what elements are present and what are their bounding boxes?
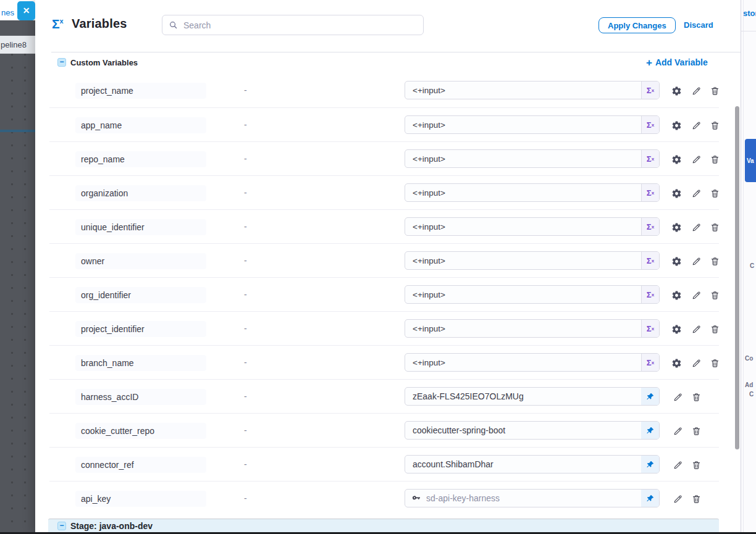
variable-value-input[interactable]: <+input>Σx [405, 285, 660, 304]
collapse-custom-variables-icon[interactable]: − [57, 58, 66, 67]
variable-name[interactable]: project_identifier [75, 321, 206, 337]
search-input[interactable] [162, 15, 424, 35]
expression-sigma-icon[interactable]: Σx [641, 116, 659, 133]
edit-variable-button[interactable] [691, 357, 702, 369]
delete-variable-button[interactable] [691, 425, 702, 436]
variable-value-input[interactable]: <+input>Σx [405, 81, 660, 99]
variable-value-input[interactable]: cookiecutter-spring-boot [405, 421, 660, 440]
delete-variable-button[interactable] [709, 290, 720, 301]
edit-variable-button[interactable] [672, 459, 683, 470]
pin-fixed-value-icon[interactable] [641, 388, 659, 405]
screen: nes peline8 ✕ Σx Variables Apply Changes… [0, 0, 756, 534]
variable-name[interactable]: organization [75, 185, 206, 201]
variables-vertical-tab[interactable]: Va [745, 139, 756, 182]
delete-variable-button[interactable] [709, 256, 720, 267]
delete-variable-button[interactable] [709, 357, 720, 369]
edit-variable-button[interactable] [691, 120, 702, 131]
search-box [162, 15, 424, 35]
variable-value-input[interactable]: <+input>Σx [405, 319, 660, 338]
variable-value-input[interactable]: <+input>Σx [405, 149, 660, 168]
expression-sigma-icon[interactable]: Σx [641, 184, 659, 201]
edit-variable-button[interactable] [672, 493, 683, 504]
delete-variable-button[interactable] [691, 391, 702, 403]
variable-settings-button[interactable] [671, 222, 682, 233]
delete-variable-button[interactable] [691, 493, 702, 504]
variable-name[interactable]: unique_identifier [75, 219, 206, 235]
variables-drawer: Σx Variables Apply Changes Discard − Cus… [35, 0, 741, 534]
variable-name[interactable]: project_name [75, 83, 206, 99]
variable-value-input[interactable]: <+input>Σx [405, 217, 660, 236]
delete-variable-button[interactable] [709, 120, 720, 131]
edit-variable-button[interactable] [691, 256, 702, 267]
variable-settings-button[interactable] [671, 120, 682, 131]
apply-changes-button[interactable]: Apply Changes [598, 17, 676, 33]
expression-sigma-icon[interactable]: Σx [641, 150, 659, 167]
variable-settings-button[interactable] [671, 188, 682, 199]
delete-variable-button[interactable] [691, 459, 702, 470]
edit-variable-button[interactable] [691, 85, 702, 96]
variable-name[interactable]: connector_ref [75, 457, 206, 473]
edit-variable-button[interactable] [691, 222, 702, 233]
close-drawer-button[interactable]: ✕ [17, 1, 35, 20]
variable-settings-button[interactable] [671, 290, 682, 301]
variable-settings-button[interactable] [671, 154, 682, 165]
delete-variable-button[interactable] [709, 188, 720, 199]
variable-name[interactable]: owner [75, 253, 206, 269]
variable-name[interactable]: repo_name [75, 151, 206, 167]
delete-variable-button[interactable] [709, 154, 720, 165]
variable-value-text: <+input> [405, 188, 445, 198]
history-link-fragment[interactable]: stor [743, 9, 756, 18]
right-panel-label-fragment: C [750, 262, 754, 269]
pin-fixed-value-icon[interactable] [641, 490, 659, 507]
variable-name[interactable]: harness_accID [75, 389, 206, 405]
expression-sigma-icon[interactable]: Σx [641, 320, 659, 337]
variable-name[interactable]: org_identifier [75, 287, 206, 303]
variable-value-input[interactable]: <+input>Σx [405, 251, 660, 270]
variable-value-input[interactable]: <+input>Σx [405, 183, 660, 202]
edit-variable-button[interactable] [672, 425, 683, 436]
variable-name[interactable]: api_key [75, 491, 206, 507]
edit-variable-button[interactable] [691, 188, 702, 199]
stage-section-label: Stage: java-onb-dev [70, 521, 153, 531]
edit-variable-button[interactable] [672, 391, 683, 403]
variable-value-input[interactable]: <+input>Σx [405, 115, 660, 134]
variable-name[interactable]: cookie_cutter_repo [75, 423, 206, 439]
expression-sigma-icon[interactable]: Σx [641, 286, 659, 303]
variable-name[interactable]: branch_name [75, 355, 206, 371]
variable-name[interactable]: app_name [75, 117, 206, 133]
variable-value-input[interactable]: zEaak-FLS425IEO7OLzMUg [405, 387, 660, 406]
pipeline-name-tab-fragment[interactable]: peline8 [0, 36, 35, 54]
expression-sigma-icon[interactable]: Σx [641, 218, 659, 235]
variable-type-dash: - [244, 380, 247, 414]
delete-variable-button[interactable] [709, 222, 720, 233]
variable-value-input[interactable]: account.ShibamDhar [405, 455, 660, 474]
expression-sigma-icon[interactable]: Σx [641, 252, 659, 269]
delete-trash-icon [710, 222, 720, 233]
edit-variable-button[interactable] [691, 290, 702, 301]
variable-value-input[interactable]: <+input>Σx [405, 353, 660, 372]
variable-settings-button[interactable] [671, 357, 682, 369]
add-variable-button[interactable]: +Add Variable [646, 57, 708, 69]
edit-variable-button[interactable] [691, 154, 702, 165]
variable-settings-button[interactable] [671, 323, 682, 335]
variable-settings-button[interactable] [671, 256, 682, 267]
pin-fixed-value-icon[interactable] [641, 422, 659, 439]
delete-trash-icon [691, 392, 702, 403]
variable-type-dash: - [244, 312, 247, 346]
pin-fixed-value-icon[interactable] [641, 456, 659, 473]
variable-type-dash: - [244, 210, 247, 244]
collapse-stage-icon[interactable]: − [57, 522, 66, 530]
variable-value-input[interactable]: sd-api-key-harness [405, 489, 660, 507]
variable-row: cookie_cutter_repo-cookiecutter-spring-b… [49, 413, 719, 447]
stage-section-header[interactable]: − Stage: java-onb-dev [48, 519, 719, 532]
header-divider [51, 52, 741, 52]
delete-variable-button[interactable] [709, 323, 720, 335]
breadcrumb-pipelines-fragment[interactable]: nes [1, 8, 14, 17]
edit-variable-button[interactable] [691, 323, 702, 335]
delete-variable-button[interactable] [709, 85, 720, 96]
expression-sigma-icon[interactable]: Σx [641, 81, 659, 99]
vertical-scrollbar-thumb[interactable] [735, 106, 739, 449]
variable-settings-button[interactable] [671, 85, 682, 96]
expression-sigma-icon[interactable]: Σx [641, 354, 659, 371]
discard-button[interactable]: Discard [684, 20, 713, 30]
